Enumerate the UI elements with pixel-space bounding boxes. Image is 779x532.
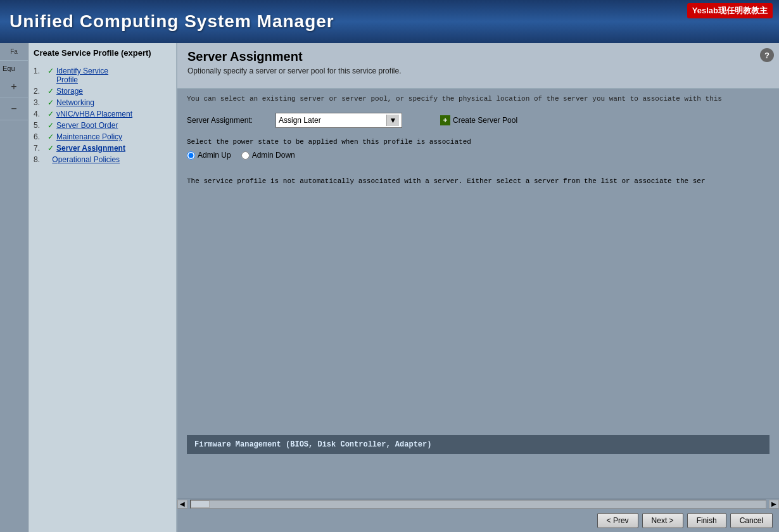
firmware-bar[interactable]: Firmware Management (BIOS, Disk Controll… xyxy=(187,435,770,454)
sidebar-eq-label: Equ xyxy=(0,61,28,76)
wizard-panel: Create Service Profile (expert) 1. ✓ Ide… xyxy=(28,43,177,532)
content-area: You can select an existing server or ser… xyxy=(177,89,779,498)
wizard-step-8: 8. Operational Policies xyxy=(34,155,171,164)
bottom-nav: < Prev Next > Finish Cancel xyxy=(177,509,779,532)
create-pool-button[interactable]: + Create Server Pool xyxy=(440,115,517,125)
step-storage-link[interactable]: Storage xyxy=(56,87,83,96)
step-opspolicies-link[interactable]: Operational Policies xyxy=(52,155,120,164)
info-message: The service profile is not automatically… xyxy=(187,177,770,185)
app-title: Unified Computing System Manager xyxy=(10,11,334,32)
create-pool-label: Create Server Pool xyxy=(453,116,517,125)
create-pool-icon: + xyxy=(440,115,450,125)
info-text: You can select an existing server or ser… xyxy=(187,95,770,103)
content-spacer xyxy=(187,185,770,435)
admin-up-radio[interactable] xyxy=(187,151,195,160)
prev-button[interactable]: < Prev xyxy=(597,513,638,528)
step-vnic-link[interactable]: vNIC/vHBA Placement xyxy=(56,110,132,118)
page-subtitle: Optionally specify a server or server po… xyxy=(187,66,769,75)
header-area: Server Assignment Optionally specify a s… xyxy=(177,43,779,89)
finish-button[interactable]: Finish xyxy=(687,513,726,528)
power-state-label: Select the power state to be applied whe… xyxy=(187,138,770,146)
wizard-step-3: 3. ✓ Networking xyxy=(34,98,171,107)
step-bootorder-link[interactable]: Server Boot Order xyxy=(56,121,118,130)
step-serverassign-link[interactable]: Server Assignment xyxy=(56,144,125,153)
assignment-select[interactable]: Assign Later ▼ xyxy=(276,113,402,128)
sidebar-minus-btn[interactable]: − xyxy=(0,98,28,120)
assignment-label: Server Assignment: xyxy=(187,116,269,125)
wizard-title: Create Service Profile (expert) xyxy=(34,48,171,60)
help-button[interactable]: ? xyxy=(760,48,774,62)
scroll-right-arrow[interactable]: ▶ xyxy=(769,500,779,509)
watermark-badge: Yeslab现任明教教主 xyxy=(687,3,773,18)
main-content: Server Assignment Optionally specify a s… xyxy=(177,43,779,532)
admin-down-label: Admin Down xyxy=(252,151,295,160)
admin-up-label: Admin Up xyxy=(198,151,231,160)
page-title: Server Assignment xyxy=(187,49,769,64)
wizard-step-6: 6. ✓ Maintenance Policy xyxy=(34,132,171,141)
assignment-dropdown-arrow[interactable]: ▼ xyxy=(386,115,399,126)
sidebar-add-btn[interactable]: + xyxy=(0,76,28,98)
wizard-step-1: 1. ✓ Identify ServiceProfile xyxy=(34,66,171,84)
wizard-step-2: 2. ✓ Storage xyxy=(34,87,171,96)
firmware-label: Firmware Management (BIOS, Disk Controll… xyxy=(194,440,431,449)
step-identify-link[interactable]: Identify ServiceProfile xyxy=(56,66,108,84)
next-button[interactable]: Next > xyxy=(642,513,683,528)
wizard-step-4: 4. ✓ vNIC/vHBA Placement xyxy=(34,110,171,118)
admin-down-option[interactable]: Admin Down xyxy=(241,151,295,160)
scroll-thumb[interactable] xyxy=(191,500,210,508)
assignment-row: Server Assignment: Assign Later ▼ + Crea… xyxy=(187,113,770,128)
wizard-step-5: 5. ✓ Server Boot Order xyxy=(34,121,171,130)
step-networking-link[interactable]: Networking xyxy=(56,98,94,107)
radio-row: Admin Up Admin Down xyxy=(187,151,770,160)
main-layout: Fa Equ + − Create Service Profile (exper… xyxy=(0,43,779,532)
wizard-steps: 1. ✓ Identify ServiceProfile 2. ✓ Storag… xyxy=(34,66,171,164)
sidebar-outer: Fa Equ + − xyxy=(0,43,28,532)
scroll-track[interactable] xyxy=(190,500,766,509)
horizontal-scrollbar[interactable]: ◀ ▶ xyxy=(177,498,779,509)
wizard-step-7: 7. ✓ Server Assignment xyxy=(34,144,171,153)
admin-up-option[interactable]: Admin Up xyxy=(187,151,231,160)
power-state-section: Select the power state to be applied whe… xyxy=(187,138,770,160)
step-maintenance-link[interactable]: Maintenance Policy xyxy=(56,132,122,141)
admin-down-radio[interactable] xyxy=(241,151,250,160)
assignment-select-value: Assign Later xyxy=(279,116,386,125)
top-header: Unified Computing System Manager Yeslab现… xyxy=(0,0,779,43)
content-wrapper: Server Assignment Optionally specify a s… xyxy=(177,43,779,509)
sidebar-fa-label: Fa xyxy=(0,43,28,61)
below-firmware-space xyxy=(187,454,770,492)
cancel-button[interactable]: Cancel xyxy=(730,513,773,528)
scroll-left-arrow[interactable]: ◀ xyxy=(177,500,187,509)
